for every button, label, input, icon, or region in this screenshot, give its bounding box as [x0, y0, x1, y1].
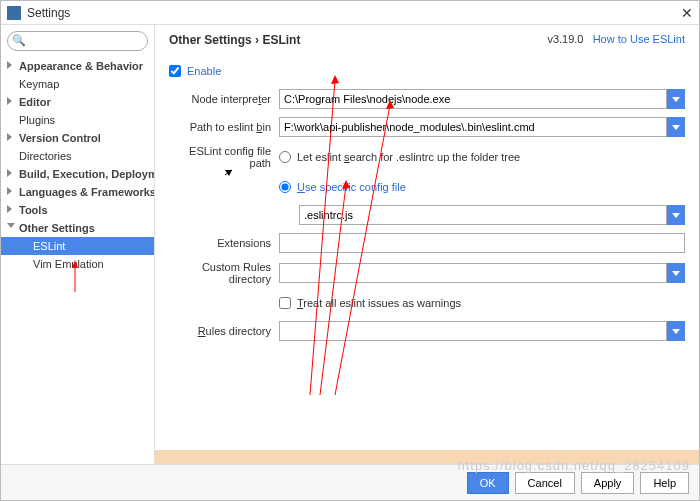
breadcrumb-current: ESLint — [262, 33, 300, 47]
breadcrumb-sep: › — [255, 33, 259, 47]
cancel-button[interactable]: Cancel — [515, 472, 575, 494]
eslint-bin-label: Path to eslint bin — [169, 121, 279, 133]
extensions-label: Extensions — [169, 237, 279, 249]
config-path-label: ESLint config file path — [169, 145, 279, 169]
tree-arrow-icon — [7, 133, 12, 141]
help-link[interactable]: How to Use ESLint — [593, 33, 685, 45]
rules-dir-dropdown[interactable] — [667, 321, 685, 341]
titlebar: Settings ✕ — [1, 1, 699, 25]
node-interpreter-dropdown[interactable] — [667, 89, 685, 109]
tree-item-other-settings[interactable]: Other Settings — [1, 219, 154, 237]
tree-item-version-control[interactable]: Version Control — [1, 129, 154, 147]
tree-item-label: Languages & Frameworks — [19, 186, 154, 198]
tree-arrow-icon — [7, 223, 15, 228]
ok-button[interactable]: OK — [467, 472, 509, 494]
tree-item-label: Appearance & Behavior — [19, 60, 143, 72]
node-interpreter-label: Node interpreter — [169, 93, 279, 105]
apply-button[interactable]: Apply — [581, 472, 635, 494]
tree-item-label: Tools — [19, 204, 48, 216]
treat-warnings-label: Treat all eslint issues as warnings — [297, 297, 461, 309]
tree-item-vim-emulation[interactable]: Vim Emulation — [1, 255, 154, 273]
close-icon[interactable]: ✕ — [681, 5, 693, 21]
tree-item-label: Build, Execution, Deployment — [19, 168, 154, 180]
custom-rules-input[interactable] — [279, 263, 667, 283]
tree-item-languages-frameworks[interactable]: Languages & Frameworks — [1, 183, 154, 201]
tree-item-eslint[interactable]: ESLint — [1, 237, 154, 255]
version-label: v3.19.0 — [547, 33, 583, 45]
tree-item-label: Editor — [19, 96, 51, 108]
tree-item-tools[interactable]: Tools — [1, 201, 154, 219]
tree-item-label: ESLint — [33, 240, 65, 252]
node-interpreter-input[interactable] — [279, 89, 667, 109]
app-icon — [7, 6, 21, 20]
tree-arrow-icon — [7, 169, 12, 177]
window-title: Settings — [27, 6, 70, 20]
tree-arrow-icon — [7, 61, 12, 69]
tree-item-label: Version Control — [19, 132, 101, 144]
sidebar: 🔍 Appearance & BehaviorKeymapEditorPlugi… — [1, 25, 155, 464]
radio-search-label: Let eslint search for .eslintrc up the f… — [297, 151, 520, 163]
watermark: https://blog.csdn.net/qq_28254109 — [458, 458, 691, 473]
enable-label: Enable — [187, 65, 221, 77]
extensions-input[interactable] — [279, 233, 685, 253]
radio-search[interactable] — [279, 151, 291, 163]
eslint-bin-dropdown[interactable] — [667, 117, 685, 137]
breadcrumb-parent: Other Settings — [169, 33, 252, 47]
tree-item-label: Plugins — [19, 114, 55, 126]
tree-arrow-icon — [7, 205, 12, 213]
rules-dir-input[interactable] — [279, 321, 667, 341]
tree-arrow-icon — [7, 187, 12, 195]
enable-checkbox[interactable] — [169, 65, 181, 77]
tree-arrow-icon — [7, 97, 12, 105]
tree-item-build-execution-deployment[interactable]: Build, Execution, Deployment — [1, 165, 154, 183]
help-button[interactable]: Help — [640, 472, 689, 494]
tree-item-label: Vim Emulation — [33, 258, 104, 270]
radio-specific-label: Use specific config file — [297, 181, 406, 193]
config-file-dropdown[interactable] — [667, 205, 685, 225]
tree-item-label: Directories — [19, 150, 72, 162]
config-file-input[interactable] — [299, 205, 667, 225]
treat-warnings-checkbox[interactable] — [279, 297, 291, 309]
tree-item-editor[interactable]: Editor — [1, 93, 154, 111]
tree-item-appearance-behavior[interactable]: Appearance & Behavior — [1, 57, 154, 75]
tree-item-directories[interactable]: Directories — [1, 147, 154, 165]
tree-item-keymap[interactable]: Keymap — [1, 75, 154, 93]
tree-item-label: Other Settings — [19, 222, 95, 234]
tree-item-label: Keymap — [19, 78, 59, 90]
search-icon: 🔍 — [12, 34, 26, 47]
search-input[interactable] — [7, 31, 148, 51]
main-panel: Other Settings › ESLint v3.19.0 How to U… — [155, 25, 699, 464]
eslint-bin-input[interactable] — [279, 117, 667, 137]
settings-tree: Appearance & BehaviorKeymapEditorPlugins… — [1, 57, 154, 464]
rules-dir-label: Rules directory — [169, 325, 279, 337]
tree-item-plugins[interactable]: Plugins — [1, 111, 154, 129]
custom-rules-label: Custom Rules directory — [169, 261, 279, 285]
search-box[interactable]: 🔍 — [7, 31, 148, 51]
radio-specific[interactable] — [279, 181, 291, 193]
custom-rules-dropdown[interactable] — [667, 263, 685, 283]
